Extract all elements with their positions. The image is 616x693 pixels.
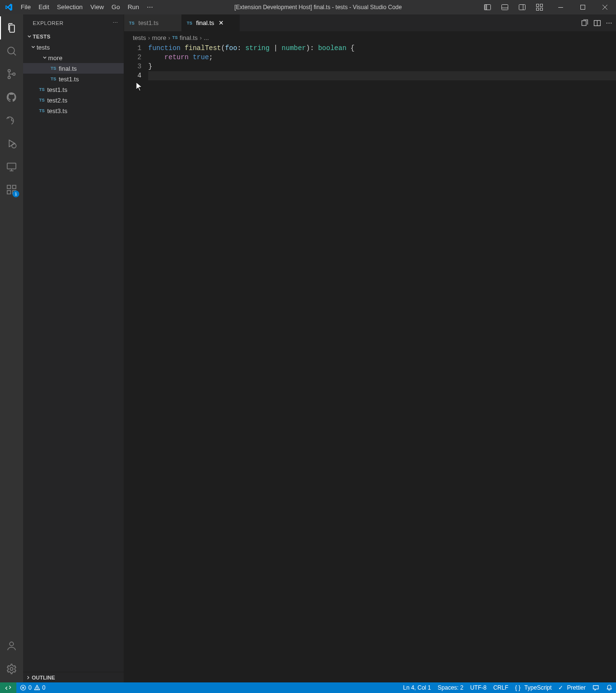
breadcrumb-file[interactable]: TSfinal.ts: [172, 34, 198, 41]
code-content[interactable]: function finalTest(foo: string | number)…: [148, 44, 616, 682]
tab-final[interactable]: TS final.ts ✕: [182, 14, 240, 31]
sidebar-more-icon[interactable]: ⋯: [113, 20, 118, 26]
svg-rect-31: [582, 21, 586, 26]
line-gutter: 1 2 3 4: [124, 44, 148, 682]
outline-section[interactable]: OUTLINE: [23, 672, 124, 682]
activity-settings-icon[interactable]: [0, 657, 23, 680]
code-editor[interactable]: 1 2 3 4 function finalTest(foo: string |…: [124, 44, 616, 682]
menu-view[interactable]: View: [87, 0, 108, 14]
file-test1[interactable]: TS test1.ts: [23, 84, 124, 95]
activity-bar: 1: [0, 14, 23, 682]
activity-account-icon[interactable]: [0, 634, 23, 657]
toggle-secondary-sidebar-icon[interactable]: [514, 0, 530, 14]
status-prettier[interactable]: ✓Prettier: [555, 682, 589, 693]
file-test1-nested[interactable]: TS test1.ts: [23, 74, 124, 84]
code-line[interactable]: return true;: [148, 53, 616, 62]
file-tree: TESTS tests more TS final.ts TS test1.ts…: [23, 31, 124, 672]
menu-go[interactable]: Go: [108, 0, 124, 14]
status-encoding[interactable]: UTF-8: [467, 682, 490, 693]
activity-source-control-icon[interactable]: [0, 63, 23, 86]
breadcrumb-item[interactable]: more: [152, 34, 167, 41]
folder-more[interactable]: more: [23, 52, 124, 63]
svg-point-38: [37, 689, 37, 689]
tree-root[interactable]: TESTS: [23, 31, 124, 42]
close-icon[interactable]: ✕: [217, 19, 225, 27]
warning-count: 0: [42, 684, 46, 691]
ts-file-icon: TS: [48, 66, 59, 71]
toggle-panel-icon[interactable]: [497, 0, 513, 14]
chevron-right-icon: ›: [168, 34, 170, 41]
outline-label: OUTLINE: [32, 675, 55, 680]
maximize-button[interactable]: [572, 0, 594, 14]
tab-test1[interactable]: TS test1.ts ✕: [124, 14, 182, 31]
code-line[interactable]: [148, 71, 616, 80]
ts-file-icon: TS: [37, 98, 47, 103]
chevron-down-icon: [26, 34, 33, 39]
explorer-sidebar: EXPLORER ⋯ TESTS tests more TS final.ts …: [23, 14, 124, 682]
file-label: final.ts: [59, 65, 77, 72]
open-changes-icon[interactable]: [581, 19, 589, 27]
activity-extensions-icon[interactable]: 1: [0, 178, 23, 201]
line-number: 1: [124, 44, 141, 53]
breadcrumb-symbol[interactable]: ...: [204, 34, 209, 41]
main-area: 1 EXPLORER ⋯ TESTS tests more: [0, 14, 616, 682]
menu-edit[interactable]: Edit: [35, 0, 53, 14]
tab-label: final.ts: [196, 19, 215, 26]
remote-indicator[interactable]: [0, 682, 16, 693]
svg-rect-8: [540, 4, 543, 7]
activity-timeline-icon[interactable]: [0, 109, 23, 132]
line-number: 3: [124, 62, 141, 71]
extensions-badge: 1: [13, 191, 19, 197]
folder-tests[interactable]: tests: [23, 42, 124, 52]
status-feedback-icon[interactable]: [589, 682, 603, 693]
file-test3[interactable]: TS test3.ts: [23, 105, 124, 116]
svg-rect-7: [537, 4, 539, 7]
menu-more[interactable]: ⋯: [143, 0, 157, 14]
svg-point-17: [8, 70, 11, 72]
more-actions-icon[interactable]: ⋯: [606, 19, 612, 26]
menu-file[interactable]: File: [17, 0, 35, 14]
menu-run[interactable]: Run: [124, 0, 143, 14]
title-layout-actions: [479, 0, 550, 14]
svg-rect-25: [7, 185, 11, 189]
code-line[interactable]: }: [148, 62, 616, 71]
file-final-ts[interactable]: TS final.ts: [23, 63, 124, 74]
editor-actions: ⋯: [577, 14, 616, 31]
split-editor-icon[interactable]: [593, 19, 601, 27]
window-title: [Extension Development Host] final.ts - …: [157, 4, 479, 11]
activity-explorer-icon[interactable]: [0, 16, 23, 39]
menu-selection[interactable]: Selection: [53, 0, 86, 14]
status-cursor-position[interactable]: Ln 4, Col 1: [399, 682, 434, 693]
ts-file-icon: TS: [129, 21, 135, 26]
svg-point-15: [8, 47, 14, 54]
status-indentation[interactable]: Spaces: 2: [435, 682, 467, 693]
file-label: test2.ts: [47, 97, 67, 104]
ts-file-icon: TS: [48, 77, 59, 81]
close-button[interactable]: [594, 0, 616, 14]
activity-search-icon[interactable]: [0, 39, 23, 63]
svg-point-18: [8, 77, 11, 79]
status-errors[interactable]: 0 0: [16, 682, 49, 693]
customize-layout-icon[interactable]: [531, 0, 548, 14]
ts-file-icon: TS: [37, 87, 47, 92]
status-language[interactable]: { }TypeScript: [512, 682, 555, 693]
minimize-button[interactable]: [550, 0, 572, 14]
code-line[interactable]: function finalTest(foo: string | number)…: [148, 44, 616, 53]
status-bar: 0 0 Ln 4, Col 1 Spaces: 2 UTF-8 CRLF { }…: [0, 682, 616, 693]
breadcrumb-label: final.ts: [180, 34, 198, 41]
line-number: 2: [124, 53, 141, 62]
activity-github-icon[interactable]: [0, 86, 23, 109]
file-test2[interactable]: TS test2.ts: [23, 95, 124, 105]
tab-label: test1.ts: [139, 19, 159, 26]
svg-rect-9: [537, 8, 539, 11]
activity-debug-icon[interactable]: [0, 132, 23, 155]
svg-rect-2: [485, 5, 487, 10]
toggle-primary-sidebar-icon[interactable]: [479, 0, 496, 14]
status-bell-icon[interactable]: [603, 682, 616, 693]
breadcrumb-item[interactable]: tests: [133, 34, 146, 41]
file-label: test3.ts: [47, 107, 67, 115]
svg-rect-12: [581, 5, 585, 10]
status-eol[interactable]: CRLF: [490, 682, 512, 693]
activity-remote-icon[interactable]: [0, 155, 23, 178]
breadcrumb[interactable]: tests › more › TSfinal.ts › ...: [124, 31, 616, 44]
